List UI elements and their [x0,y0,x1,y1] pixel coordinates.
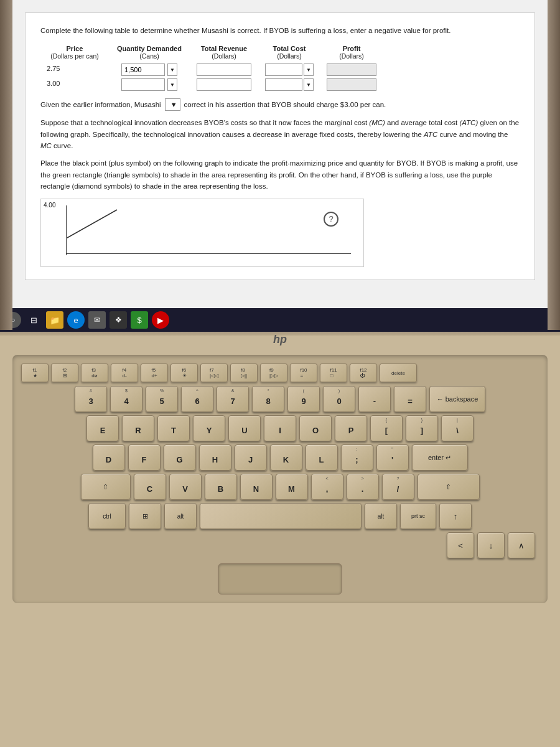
profit-cell-2[interactable] [320,78,383,91]
key-question[interactable]: ?/ [382,474,414,500]
cost-cell-2[interactable]: ▼ [258,78,320,91]
key-spacebar[interactable] [200,503,362,529]
revenue-input-1[interactable] [197,63,251,76]
key-arrow-down[interactable]: ↓ [477,532,505,558]
key-p[interactable]: P [335,415,367,441]
cost-dropdown-2[interactable]: ▼ [304,78,314,91]
key-r[interactable]: R [122,415,154,441]
profit-cell-1[interactable] [320,63,383,76]
key-f5[interactable]: f5d+ [141,364,168,382]
taskbar-folder-icon[interactable]: 📁 [46,311,63,329]
key-f8[interactable]: f8▷|| [230,364,258,382]
number-key-row: #3 $4 %5 ^6 &7 *8 (9 )0 - = ← backspace [19,386,541,412]
key-equals[interactable]: = [394,386,426,412]
taskbar-window-icon[interactable]: ⊟ [25,311,42,329]
key-paren-9[interactable]: (9 [287,386,320,412]
key-f10[interactable]: f10= [290,364,317,382]
quantity-input-1[interactable] [121,63,165,76]
touchpad[interactable] [218,563,342,594]
revenue-input-2[interactable] [197,78,251,91]
key-arrow-left[interactable]: < [447,532,474,558]
key-quote[interactable]: "' [376,444,409,471]
quantity-dropdown-2[interactable]: ▼ [167,78,177,91]
key-alt-right[interactable]: alt [365,503,397,529]
key-arrow-right[interactable]: ∧ [508,532,535,558]
key-ctrl-left[interactable]: ctrl [88,503,126,529]
quantity-dropdown-1[interactable]: ▼ [167,63,177,76]
key-u[interactable]: U [228,415,261,441]
key-m[interactable]: M [276,474,308,500]
key-k[interactable]: K [270,444,302,471]
key-delete[interactable]: delete [380,364,417,382]
cost-cell-1[interactable]: ▼ [258,63,320,76]
profit-input-2[interactable] [327,78,376,91]
quantity-cell-1[interactable]: ▼ [109,63,190,76]
key-alt-left[interactable]: alt [164,503,197,529]
key-b[interactable]: B [205,474,237,500]
key-g[interactable]: G [164,444,196,471]
key-dollar-4[interactable]: $4 [110,386,142,412]
key-lt[interactable]: <, [311,474,343,500]
key-gt[interactable]: >. [347,474,379,500]
key-f6[interactable]: f6☀ [170,364,198,382]
key-f11[interactable]: f11□ [320,364,347,382]
cost-input-2[interactable] [265,78,302,91]
assertion-dropdown-arrow[interactable]: ▼ [170,101,177,108]
key-f7[interactable]: f7|◁◁ [200,364,228,382]
key-enter[interactable]: enter ↵ [412,444,468,471]
quantity-input-2[interactable] [121,78,165,91]
key-y[interactable]: Y [193,415,225,441]
key-i[interactable]: I [264,415,296,441]
quantity-cell-2[interactable]: ▼ [109,78,190,91]
key-l[interactable]: L [306,444,338,471]
key-paren-0[interactable]: )0 [323,386,355,412]
key-lbrace[interactable]: {[ [370,415,403,441]
key-arrow-up[interactable]: ↑ [439,503,472,529]
key-c[interactable]: C [134,474,166,500]
key-backspace[interactable]: ← backspace [429,386,485,412]
key-colon[interactable]: :; [341,444,373,471]
key-backslash[interactable]: |\ [441,415,474,441]
key-caret-6[interactable]: ^6 [181,386,213,412]
key-v[interactable]: V [169,474,202,500]
graph-area[interactable]: 4.00 ? [40,199,364,267]
taskbar: ○ ⊟ 📁 e ✉ ❖ $ ▶ [0,308,560,332]
key-o[interactable]: O [299,415,332,441]
key-f9[interactable]: f9|▷▷ [260,364,287,382]
cost-input-1[interactable] [265,63,302,76]
key-f4[interactable]: f4d- [111,364,138,382]
key-h[interactable]: H [199,444,231,471]
key-shift-right[interactable]: ⇧ [418,474,480,500]
key-f3[interactable]: f3dø [81,364,108,382]
key-minus[interactable]: - [358,386,391,412]
key-f12[interactable]: f12⏻ [350,364,377,382]
taskbar-dollar-icon[interactable]: $ [131,311,148,329]
key-e[interactable]: E [86,415,119,441]
taskbar-app-icon[interactable]: ❖ [110,311,127,329]
taskbar-media-icon[interactable]: ▶ [152,311,169,329]
key-t[interactable]: T [157,415,190,441]
key-win[interactable]: ⊞ [129,503,161,529]
taskbar-mail-icon[interactable]: ✉ [88,311,106,329]
key-j[interactable]: J [235,444,267,471]
key-f[interactable]: F [128,444,161,471]
revenue-cell-2[interactable] [190,78,258,91]
key-f1[interactable]: f1★ [21,364,49,382]
key-amp-7[interactable]: &7 [217,386,249,412]
key-hash-3[interactable]: #3 [75,386,107,412]
key-f2[interactable]: f2⊞ [51,364,78,382]
revenue-cell-1[interactable] [190,63,258,76]
key-star-8[interactable]: *8 [252,386,284,412]
key-n[interactable]: N [240,474,273,500]
key-d[interactable]: D [93,444,125,471]
cost-dropdown-1[interactable]: ▼ [304,63,314,76]
profit-input-1[interactable] [327,63,376,76]
question-mark-indicator[interactable]: ? [324,212,338,227]
key-percent-5[interactable]: %5 [146,386,178,412]
key-shift-left[interactable]: ⇧ [81,474,131,500]
taskbar-browser-icon[interactable]: e [67,311,85,329]
assertion-dropdown[interactable]: ▼ [165,98,180,111]
key-rbrace[interactable]: }] [406,415,438,441]
key-prtsc[interactable]: prt sc [400,503,436,529]
screen-bezel-left [0,0,12,330]
